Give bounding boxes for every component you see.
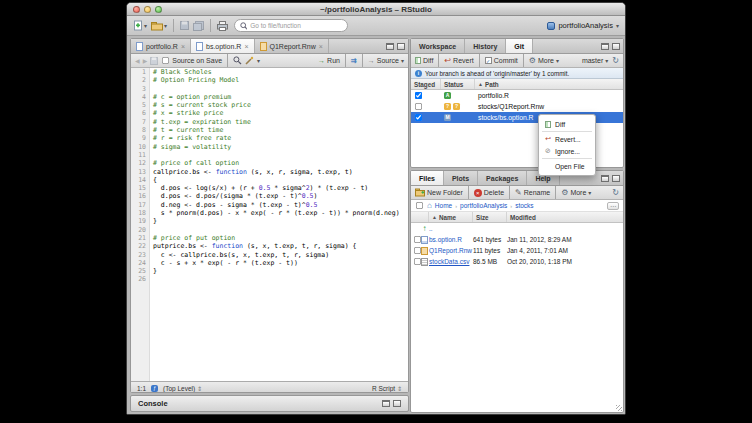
more-button[interactable]: ⚙ More ▾ — [561, 189, 591, 197]
refresh-icon[interactable]: ↻ — [612, 189, 619, 197]
code-line: 18 s * pnorm(d.pos) - x * exp( - r * (t.… — [131, 209, 408, 217]
run-button[interactable]: → Run — [318, 57, 340, 64]
status-column-header[interactable]: Status — [441, 79, 475, 89]
git-row[interactable]: ??stocks/Q1Report.Rnw — [411, 101, 623, 112]
new-folder-button[interactable]: New Folder — [415, 188, 463, 197]
parent-dir-row[interactable]: ↑.. — [411, 223, 623, 234]
forward-icon[interactable]: ▶ — [143, 57, 148, 64]
menu-item-openfile[interactable]: Open File — [539, 160, 595, 172]
resize-grip[interactable] — [616, 405, 622, 411]
tab-close-icon[interactable]: × — [244, 43, 248, 50]
console-title: Console — [138, 399, 168, 408]
goto-file-search[interactable] — [234, 19, 348, 32]
goto-file-input[interactable] — [250, 22, 342, 29]
rerun-icon[interactable]: ⇉ — [351, 57, 357, 65]
minimize-pane-icon[interactable] — [601, 43, 609, 50]
commit-button[interactable]: ✓ Commit — [485, 57, 518, 64]
save-all-button[interactable] — [193, 21, 204, 31]
code-tools-icon[interactable] — [245, 56, 254, 66]
staged-checkbox[interactable] — [415, 92, 422, 99]
source-button[interactable]: → Source ▾ — [368, 57, 404, 64]
modified-column-header[interactable]: Modified — [507, 212, 623, 222]
file-row[interactable]: stockData.csv86.5 MBOct 20, 2010, 1:18 P… — [411, 256, 623, 267]
tab-packages[interactable]: Packages — [478, 171, 527, 185]
diff-button[interactable]: Diff — [415, 57, 433, 64]
source-tab-strip: portfolio.R×bs.option.R×Q1Report.Rnw× — [131, 39, 408, 54]
maximize-pane-icon[interactable] — [612, 43, 620, 50]
minimize-pane-icon[interactable] — [601, 175, 609, 182]
tab-files[interactable]: Files — [411, 171, 444, 185]
file-name-link[interactable]: bs.option.R — [429, 236, 473, 243]
maximize-pane-icon[interactable] — [612, 175, 620, 182]
path-column-header[interactable]: ▲Path — [475, 79, 623, 89]
code-line: 17 d.neg <- d.pos - sigma * (t.exp - t)^… — [131, 201, 408, 209]
menu-item-diff[interactable]: Diff — [539, 118, 595, 130]
new-file-button[interactable]: ▾ — [133, 20, 147, 31]
file-row[interactable]: Q1Report.Rnw111 bytesJan 4, 2011, 7:01 A… — [411, 245, 623, 256]
save-file-button[interactable] — [150, 57, 158, 65]
file-checkbox[interactable] — [414, 246, 421, 253]
maximize-pane-icon[interactable] — [393, 400, 401, 407]
console-pane-header[interactable]: Console — [130, 395, 409, 412]
rnw-file-icon — [421, 247, 428, 255]
up-directory-icon[interactable]: ↑ — [420, 224, 429, 233]
tab-workspace[interactable]: Workspace — [411, 39, 465, 53]
tab-close-icon[interactable]: × — [181, 43, 185, 50]
chevron-down-icon: ▾ — [616, 22, 619, 29]
path-overflow-button[interactable]: ⋯ — [607, 202, 619, 210]
file-name-link[interactable]: Q1Report.Rnw — [429, 247, 473, 254]
staged-column-header[interactable]: Staged — [411, 79, 441, 89]
tab-git[interactable]: Git — [506, 39, 533, 53]
tab-bs.option.R[interactable]: bs.option.R× — [191, 39, 255, 53]
git-row[interactable]: Aportfolio.R — [411, 90, 623, 101]
menu-item-revert[interactable]: ↩Revert... — [539, 133, 595, 145]
file-row[interactable]: bs.option.R641 bytesJan 11, 2012, 8:29 A… — [411, 234, 623, 245]
size-column-header[interactable]: Size — [473, 212, 507, 222]
tab-portfolio.R[interactable]: portfolio.R× — [131, 39, 191, 53]
name-column-header[interactable]: ▲Name — [429, 212, 473, 222]
breadcrumb-project[interactable]: portfolioAnalysis — [460, 202, 507, 209]
branch-selector[interactable]: master ▾ ↻ — [582, 57, 619, 65]
menu-item-ignore[interactable]: ⊘Ignore... — [539, 145, 595, 157]
print-button[interactable] — [217, 21, 228, 31]
source-on-save-toggle[interactable]: Source on Save — [161, 56, 222, 65]
tab-close-icon[interactable]: × — [319, 43, 323, 50]
title-bar[interactable]: ~/portfolioAnalysis – RStudio — [127, 3, 625, 16]
refresh-icon[interactable]: ↻ — [612, 57, 619, 65]
home-icon[interactable]: ⌂ — [427, 202, 432, 210]
tab-history[interactable]: History — [465, 39, 506, 53]
project-menu-button[interactable]: portfolioAnalysis ▾ — [547, 21, 619, 30]
file-type-selector[interactable]: R Script ⇕ — [372, 385, 402, 392]
more-button[interactable]: ⚙ More ▾ — [529, 57, 559, 65]
rename-button[interactable]: ✎ Rename — [515, 189, 550, 197]
line-number: 23 — [131, 251, 149, 259]
file-checkbox[interactable] — [414, 257, 421, 264]
breadcrumb-home[interactable]: Home — [435, 202, 452, 209]
code-area[interactable]: 1# Black Scholes2# Option Pricing Model3… — [131, 68, 408, 381]
minimize-pane-icon[interactable] — [382, 400, 390, 407]
toolbar-separator — [479, 54, 480, 67]
ignore-icon: ⊘ — [544, 147, 552, 155]
scope-selector[interactable]: (Top Level) ⇕ — [163, 385, 202, 392]
staged-checkbox[interactable] — [415, 114, 422, 121]
close-window-icon[interactable] — [133, 6, 140, 13]
minimize-pane-icon[interactable] — [386, 43, 394, 50]
staged-checkbox[interactable] — [415, 103, 422, 110]
zoom-window-icon[interactable] — [155, 6, 162, 13]
revert-button[interactable]: ↩ Revert — [444, 57, 473, 65]
find-replace-icon[interactable] — [233, 56, 242, 66]
open-file-button[interactable]: ▾ — [151, 21, 167, 31]
file-checkbox[interactable] — [414, 235, 421, 242]
source-on-save-checkbox[interactable] — [162, 57, 169, 64]
minimize-window-icon[interactable] — [144, 6, 151, 13]
save-button[interactable] — [180, 21, 189, 30]
select-all-checkbox[interactable] — [416, 202, 423, 209]
back-icon[interactable]: ◀ — [135, 57, 140, 64]
tab-Q1Report.Rnw[interactable]: Q1Report.Rnw× — [255, 39, 329, 53]
delete-button[interactable]: × Delete — [474, 189, 504, 197]
breadcrumb-folder[interactable]: stocks — [515, 202, 533, 209]
tab-plots[interactable]: Plots — [444, 171, 478, 185]
line-number: 22 — [131, 242, 149, 250]
maximize-pane-icon[interactable] — [397, 43, 405, 50]
file-name-link[interactable]: stockData.csv — [429, 258, 473, 265]
